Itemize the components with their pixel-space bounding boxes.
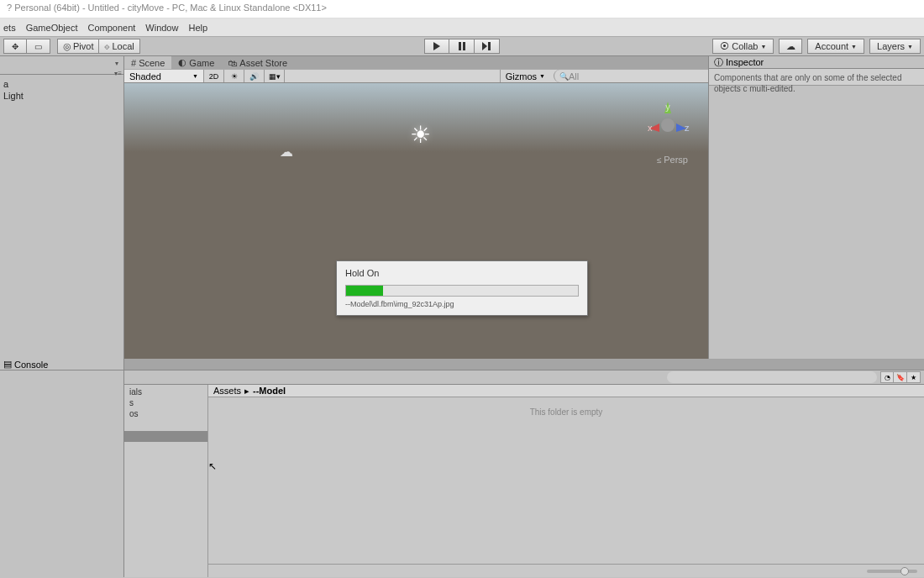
- chevron-down-icon: ▼: [760, 44, 766, 50]
- inspector-message: Components that are only on some of the …: [709, 69, 924, 86]
- progress-dialog: Hold On --Model\dl.fbm\img_92c31Ap.jpg: [336, 260, 588, 316]
- folder-empty-message: This folder is empty: [208, 397, 924, 564]
- breadcrumb-separator: ▸: [244, 386, 249, 397]
- menu-bar: ets GameObject Component Window Help: [0, 18, 924, 37]
- collab-button[interactable]: ⦿ Collab ▼: [712, 39, 774, 54]
- layers-button[interactable]: Layers ▼: [869, 39, 921, 54]
- account-button[interactable]: Account ▼: [807, 39, 864, 54]
- project-tabs: [124, 359, 924, 370]
- orientation-gizmo[interactable]: y x z: [643, 98, 693, 149]
- project-toolbar: ◔ 🔖 ★: [124, 370, 924, 385]
- menu-item-gameobject[interactable]: GameObject: [26, 23, 78, 33]
- scene-search-input[interactable]: All: [554, 70, 705, 82]
- svg-text:y: y: [665, 102, 670, 112]
- progress-bar: [345, 285, 579, 297]
- pivot-button[interactable]: ◎ Pivot: [57, 39, 99, 54]
- svg-marker-0: [433, 42, 440, 50]
- step-button[interactable]: [475, 39, 500, 54]
- shading-mode-select[interactable]: Shaded ▼: [124, 70, 204, 82]
- console-panel: ▤ Console: [0, 359, 124, 577]
- cloud-button[interactable]: ☁: [779, 39, 802, 54]
- menu-item-window[interactable]: Window: [145, 23, 178, 33]
- menu-item-assets[interactable]: ets: [3, 23, 16, 33]
- project-tree-item[interactable]: s: [124, 397, 207, 408]
- play-controls: [424, 39, 500, 54]
- progress-fill: [346, 286, 383, 296]
- pivot-icon: ◎: [63, 41, 71, 52]
- hierarchy-options-icon[interactable]: ▾≡: [114, 70, 122, 77]
- svg-rect-2: [463, 42, 465, 50]
- tab-game[interactable]: ◐ Game: [171, 56, 221, 69]
- thumbnail-size-slider[interactable]: [867, 570, 917, 573]
- main-toolbar: ✥ ▭ ◎ Pivot ⟐ Local ⦿ Collab ▼ ☁: [0, 37, 924, 56]
- game-tab-icon: ◐: [178, 57, 186, 68]
- project-panel: ◔ 🔖 ★ ials s os Assets ▸ --Model This fo…: [124, 359, 924, 577]
- filter-star-button[interactable]: ★: [907, 371, 921, 383]
- local-button[interactable]: ⟐ Local: [99, 39, 139, 54]
- svg-rect-1: [459, 42, 461, 50]
- hand-tool[interactable]: ✥: [3, 39, 27, 54]
- hierarchy-list[interactable]: a Light: [0, 75, 123, 359]
- camera-icon: ☁: [280, 144, 293, 160]
- lighting-toggle[interactable]: ☀: [224, 70, 244, 82]
- pause-button[interactable]: [449, 39, 475, 54]
- project-tree-item[interactable]: [124, 419, 207, 431]
- scene-viewport[interactable]: ☀ ☁ y x z ≤ Persp: [124, 83, 708, 359]
- project-tree-item[interactable]: ials: [124, 386, 207, 397]
- scene-tabs: # Scene ◐ Game 🛍 Asset Store: [124, 56, 708, 69]
- filter-label-button[interactable]: 🔖: [894, 371, 907, 383]
- hierarchy-menu-icon[interactable]: ▾: [115, 60, 118, 67]
- cloud-icon: ☁: [786, 41, 795, 52]
- window-title: ? Personal (64bit) - Untitled - cityMove…: [7, 3, 327, 13]
- local-icon: ⟐: [104, 41, 110, 51]
- hierarchy-header: ▾ ▾≡: [0, 56, 123, 75]
- filter-type-button[interactable]: ◔: [880, 371, 894, 383]
- tab-scene[interactable]: # Scene: [124, 56, 171, 69]
- project-tree[interactable]: ials s os: [124, 385, 208, 577]
- project-breadcrumb: Assets ▸ --Model: [208, 385, 924, 397]
- svg-marker-3: [482, 42, 487, 50]
- breadcrumb-current[interactable]: --Model: [253, 386, 286, 396]
- svg-text:x: x: [648, 123, 653, 133]
- tab-console[interactable]: ▤ Console: [0, 359, 123, 370]
- project-footer: [208, 564, 924, 577]
- directional-light-icon: ☀: [410, 121, 431, 149]
- hierarchy-item[interactable]: a: [0, 78, 123, 90]
- chevron-down-icon: ▼: [539, 73, 545, 79]
- toolbar-right: ⦿ Collab ▼ ☁ Account ▼ Layers ▼: [712, 39, 921, 54]
- tab-inspector[interactable]: ⓘ Inspector: [709, 56, 924, 69]
- transform-tools: ✥ ▭: [3, 39, 50, 54]
- gizmos-select[interactable]: Gizmos ▼: [500, 70, 550, 82]
- menu-item-component[interactable]: Component: [87, 23, 135, 33]
- project-tree-item[interactable]: os: [124, 408, 207, 419]
- hierarchy-item[interactable]: Light: [0, 90, 123, 102]
- slider-thumb[interactable]: [900, 567, 909, 575]
- chevron-down-icon: ▼: [851, 44, 857, 50]
- store-tab-icon: 🛍: [228, 58, 237, 68]
- projection-label[interactable]: ≤ Persp: [657, 155, 688, 165]
- mode-2d-button[interactable]: 2D: [204, 70, 224, 82]
- inspector-panel: ⓘ Inspector Components that are only on …: [709, 56, 924, 359]
- inspector-icon: ⓘ: [714, 56, 723, 69]
- audio-toggle[interactable]: 🔊: [244, 70, 265, 82]
- svg-point-11: [661, 118, 675, 132]
- chevron-down-icon: ▼: [192, 73, 198, 79]
- project-content: Assets ▸ --Model This folder is empty: [208, 385, 924, 577]
- pivot-group: ◎ Pivot ⟐ Local: [57, 39, 140, 54]
- menu-item-help[interactable]: Help: [188, 23, 207, 33]
- rect-tool[interactable]: ▭: [27, 39, 50, 54]
- project-search-input[interactable]: [667, 371, 877, 383]
- console-icon: ▤: [3, 359, 12, 370]
- tab-asset-store[interactable]: 🛍 Asset Store: [221, 56, 294, 69]
- dialog-title: Hold On: [345, 268, 579, 278]
- scene-tab-icon: #: [131, 58, 136, 68]
- hierarchy-panel: ▾ ▾≡ a Light: [0, 56, 124, 359]
- project-tree-item-selected[interactable]: [124, 431, 207, 442]
- svg-text:z: z: [685, 123, 690, 133]
- svg-rect-4: [488, 42, 491, 50]
- fx-toggle[interactable]: ▦▾: [265, 70, 285, 82]
- breadcrumb-root[interactable]: Assets: [213, 386, 241, 396]
- progress-file-text: --Model\dl.fbm\img_92c31Ap.jpg: [345, 300, 579, 308]
- play-button[interactable]: [424, 39, 449, 54]
- project-filter-icons: ◔ 🔖 ★: [880, 371, 921, 383]
